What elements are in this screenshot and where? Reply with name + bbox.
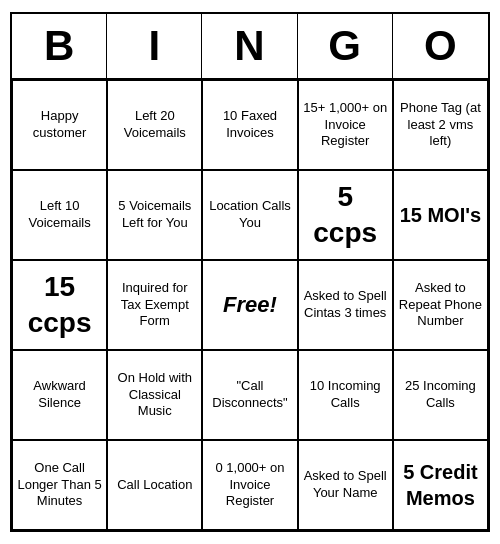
bingo-cell-17[interactable]: "Call Disconnects" xyxy=(202,350,297,440)
bingo-header: BINGO xyxy=(12,14,488,80)
bingo-cell-11[interactable]: Inquired for Tax Exempt Form xyxy=(107,260,202,350)
bingo-cell-16[interactable]: On Hold with Classical Music xyxy=(107,350,202,440)
bingo-cell-7[interactable]: Location Calls You xyxy=(202,170,297,260)
bingo-cell-24[interactable]: 5 Credit Memos xyxy=(393,440,488,530)
bingo-cell-3[interactable]: 15+ 1,000+ on Invoice Register xyxy=(298,80,393,170)
bingo-cell-9[interactable]: 15 MOI's xyxy=(393,170,488,260)
bingo-cell-14[interactable]: Asked to Repeat Phone Number xyxy=(393,260,488,350)
bingo-cell-6[interactable]: 5 Voicemails Left for You xyxy=(107,170,202,260)
bingo-cell-8[interactable]: 5 ccps xyxy=(298,170,393,260)
bingo-cell-18[interactable]: 10 Incoming Calls xyxy=(298,350,393,440)
bingo-cell-4[interactable]: Phone Tag (at least 2 vms left) xyxy=(393,80,488,170)
bingo-cell-20[interactable]: One Call Longer Than 5 Minutes xyxy=(12,440,107,530)
header-letter-O: O xyxy=(393,14,488,78)
bingo-cell-10[interactable]: 15 ccps xyxy=(12,260,107,350)
bingo-cell-1[interactable]: Left 20 Voicemails xyxy=(107,80,202,170)
bingo-cell-2[interactable]: 10 Faxed Invoices xyxy=(202,80,297,170)
bingo-cell-13[interactable]: Asked to Spell Cintas 3 times xyxy=(298,260,393,350)
header-letter-B: B xyxy=(12,14,107,78)
bingo-cell-15[interactable]: Awkward Silence xyxy=(12,350,107,440)
bingo-cell-22[interactable]: 0 1,000+ on Invoice Register xyxy=(202,440,297,530)
header-letter-I: I xyxy=(107,14,202,78)
header-letter-N: N xyxy=(202,14,297,78)
bingo-cell-19[interactable]: 25 Incoming Calls xyxy=(393,350,488,440)
bingo-cell-0[interactable]: Happy customer xyxy=(12,80,107,170)
bingo-cell-12[interactable]: Free! xyxy=(202,260,297,350)
bingo-grid: Happy customerLeft 20 Voicemails10 Faxed… xyxy=(12,80,488,530)
bingo-cell-5[interactable]: Left 10 Voicemails xyxy=(12,170,107,260)
header-letter-G: G xyxy=(298,14,393,78)
bingo-card: BINGO Happy customerLeft 20 Voicemails10… xyxy=(10,12,490,532)
bingo-cell-23[interactable]: Asked to Spell Your Name xyxy=(298,440,393,530)
bingo-cell-21[interactable]: Call Location xyxy=(107,440,202,530)
